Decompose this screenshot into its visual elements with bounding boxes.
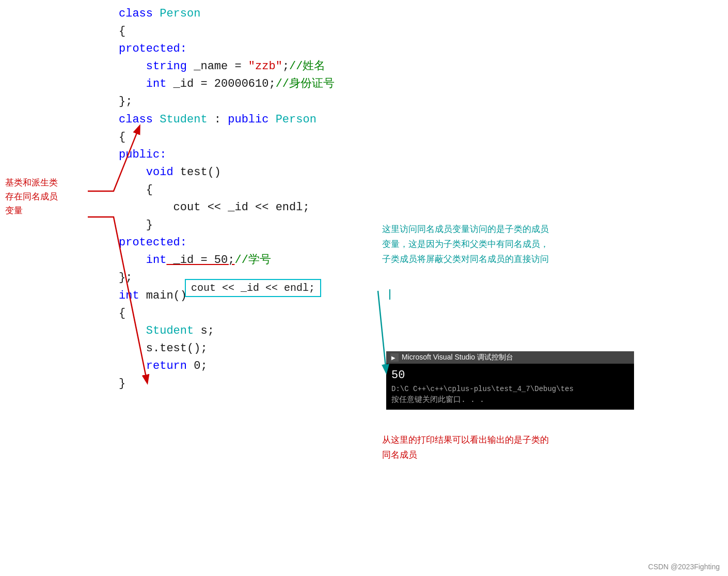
right-annotation-bottom: 从这里的打印结果可以看出输出的是子类的同名成员	[382, 433, 552, 463]
code-line-9: class Student : public Person	[119, 111, 335, 129]
cout-annotation-text: cout << _id << endl;	[191, 282, 315, 294]
code-line-4: protected:	[119, 40, 335, 58]
code-line-12: void test()	[119, 164, 335, 181]
left-annot-line2: 存在同名成员	[5, 190, 58, 204]
code-line-23: return 0;	[119, 357, 335, 375]
right-annotation-top: 这里访问同名成员变量访问的是子类的成员变量，这是因为子类和父类中有同名成员，子类…	[382, 222, 552, 267]
console-press: 按任意键关闭此窗口. . .	[391, 395, 629, 407]
left-annot-line1: 基类和派生类	[5, 176, 58, 190]
watermark-text: CSDN @2023Fighting	[648, 563, 720, 571]
console-output: 50	[391, 367, 629, 384]
code-line-22: s.test();	[119, 340, 335, 357]
right-annot-bottom-text: 从这里的打印结果可以看出输出的是子类的同名成员	[382, 435, 549, 460]
code-line-24: }	[119, 375, 335, 393]
code-line-1: class Person	[119, 5, 335, 23]
code-line-20: {	[119, 305, 335, 322]
code-line-21: Student s;	[119, 322, 335, 340]
console-body: 50 D:\C C++\c++\cplus-plus\test_4_7\Debu…	[386, 364, 634, 410]
arrows-overlay	[0, 0, 728, 576]
code-line-6: int _id = 20000610;//身份证号	[119, 75, 335, 93]
console-window: ▶ Microsoft Visual Studio 调试控制台 50 D:\C …	[386, 351, 634, 410]
svg-text:▶: ▶	[391, 355, 395, 361]
code-line-5: string _name = "zzb";//姓名	[119, 58, 335, 75]
left-annotation: 基类和派生类 存在同名成员 变量	[5, 176, 58, 218]
watermark: CSDN @2023Fighting	[648, 563, 720, 571]
cout-annotation-box: cout << _id << endl;	[185, 279, 321, 297]
code-line-15: }	[119, 216, 335, 234]
right-annot-top-text: 这里访问同名成员变量访问的是子类的成员变量，这是因为子类和父类中有同名成员，子类…	[382, 224, 549, 264]
code-line-13: {	[119, 181, 335, 199]
code-line-10: {	[119, 129, 335, 146]
left-annot-line3: 变量	[5, 204, 58, 217]
console-title-bar: ▶ Microsoft Visual Studio 调试控制台	[386, 351, 634, 364]
cyan-arrow-console	[378, 291, 386, 372]
code-line-14: cout << _id << endl;	[119, 199, 335, 216]
code-line-7: };	[119, 93, 335, 111]
console-path: D:\C C++\c++\cplus-plus\test_4_7\Debug\t…	[391, 384, 629, 395]
code-line-17: int _id = 50;//学号	[119, 252, 335, 269]
console-title-text: Microsoft Visual Studio 调试控制台	[402, 353, 513, 362]
code-block: class Person{protected: string _name = "…	[119, 5, 335, 393]
code-line-2: {	[119, 23, 335, 40]
code-line-16: protected:	[119, 234, 335, 252]
code-line-11: public:	[119, 146, 335, 164]
console-icon: ▶	[390, 353, 399, 362]
